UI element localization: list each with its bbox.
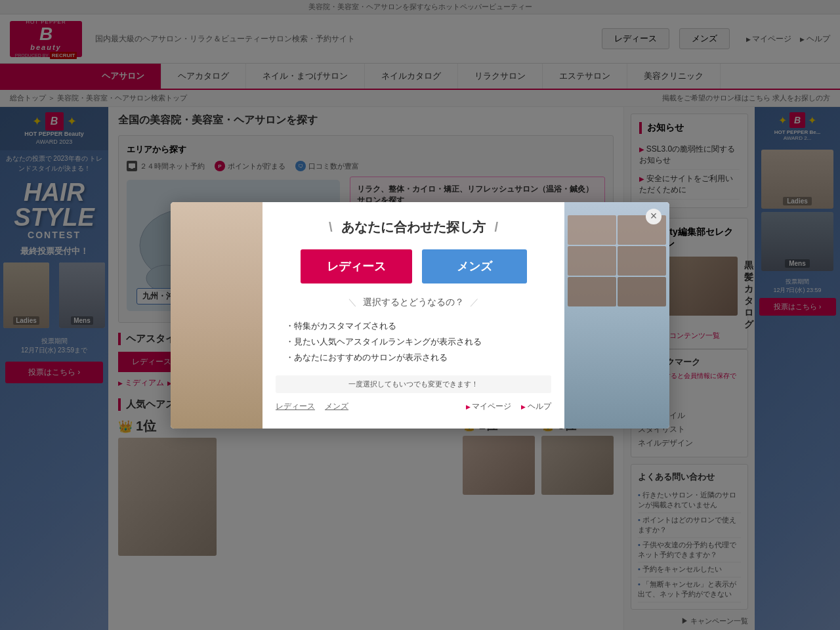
modal-benefit-2: 見たい人気ヘアスタイルランキングが表示される (276, 334, 551, 350)
modal-ladies-button[interactable]: レディース (301, 249, 412, 284)
modal-nav-links: マイページ ヘルプ (466, 401, 551, 412)
modal-note: 一度選択してもいつでも変更できます！ (276, 375, 551, 393)
preview-5 (568, 277, 616, 306)
preview-4 (618, 246, 666, 276)
preview-6 (618, 277, 666, 306)
preview-1 (568, 215, 616, 245)
right-preview-grid (564, 215, 669, 306)
modal-title-deco-left: \ (329, 220, 333, 234)
modal-benefit-3: あなたにおすすめのサロンが表示される (276, 350, 551, 366)
preview-3 (568, 246, 616, 276)
modal-ladies-link[interactable]: レディース (276, 401, 315, 412)
modal-title-deco-right: / (495, 220, 499, 234)
modal-benefits-list: 特集がカスタマイズされる 見たい人気ヘアスタイルランキングが表示される あなたに… (276, 318, 551, 366)
modal-help-link[interactable]: ヘルプ (521, 401, 551, 412)
modal-mens-link[interactable]: メンズ (325, 401, 348, 412)
modal-question: ＼ 選択するとどうなるの？ ／ (276, 297, 551, 308)
modal-question-text: 選択するとどうなるの？ (363, 297, 464, 307)
modal-left-person-img (171, 202, 262, 429)
modal-q-deco-right: ／ (470, 297, 479, 307)
modal-close-button[interactable]: × (646, 209, 662, 224)
modal-title-text: あなたに合わせた探し方 (341, 220, 486, 234)
modal-mypage-link[interactable]: マイページ (466, 401, 512, 412)
modal-right-person-img (564, 202, 669, 429)
modal-body: \ あなたに合わせた探し方 / レディース メンズ ＼ 選択するとどうなるの？ … (171, 202, 669, 429)
modal-gender-links: レディース メンズ (276, 401, 348, 412)
modal-title: \ あなたに合わせた探し方 / (276, 219, 551, 236)
modal-center: \ あなたに合わせた探し方 / レディース メンズ ＼ 選択するとどうなるの？ … (262, 202, 564, 429)
modal-overlay: × \ あなたに合わせた探し方 / レディース メンズ ＼ 選択すると (0, 0, 840, 630)
modal-benefit-1: 特集がカスタマイズされる (276, 318, 551, 334)
modal-mens-button[interactable]: メンズ (422, 249, 527, 284)
modal-bottom-links: レディース メンズ マイページ ヘルプ (276, 401, 551, 412)
modal-q-deco-left: ＼ (348, 297, 357, 307)
modal-dialog: × \ あなたに合わせた探し方 / レディース メンズ ＼ 選択すると (171, 202, 669, 429)
modal-buttons: レディース メンズ (276, 249, 551, 284)
